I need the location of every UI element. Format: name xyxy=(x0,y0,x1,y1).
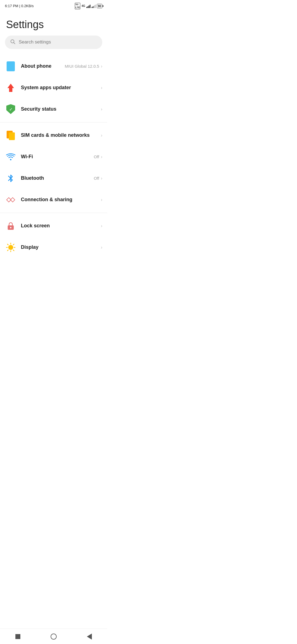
about-phone-icon xyxy=(5,61,16,72)
security-icon: ✓ xyxy=(5,103,16,115)
sim-content: SIM cards & mobile networks › xyxy=(21,132,102,138)
display-label: Display xyxy=(21,244,38,250)
svg-line-16 xyxy=(7,250,8,251)
settings-item-wifi[interactable]: Wi-Fi Off › xyxy=(0,146,107,168)
system-apps-content: System apps updater › xyxy=(21,85,102,91)
time: 6:17 PM xyxy=(5,4,18,8)
svg-line-14 xyxy=(13,250,14,251)
wifi-content: Wi-Fi Off › xyxy=(21,154,102,160)
about-phone-chevron: › xyxy=(101,64,102,69)
svg-point-7 xyxy=(10,227,12,228)
status-icons: VoLTE 4G 90 xyxy=(75,3,102,9)
settings-item-bluetooth[interactable]: Bluetooth Off › xyxy=(0,168,107,189)
wifi-status: Off xyxy=(94,154,99,159)
connection-right: › xyxy=(101,197,102,202)
lte-icon: 4G xyxy=(81,4,85,7)
svg-marker-2 xyxy=(7,84,14,92)
settings-group-network: SIM cards & mobile networks › Wi-Fi Off … xyxy=(0,125,107,211)
search-input[interactable] xyxy=(19,39,97,45)
security-content: Security status › xyxy=(21,106,102,112)
svg-point-3 xyxy=(10,159,12,160)
settings-item-sim[interactable]: SIM cards & mobile networks › xyxy=(0,125,107,146)
divider-1 xyxy=(0,122,107,122)
svg-line-15 xyxy=(13,244,14,245)
status-bar: 6:17 PM | 0.2KB/s VoLTE 4G 90 xyxy=(0,0,107,11)
connection-label: Connection & sharing xyxy=(21,197,72,203)
svg-line-13 xyxy=(7,244,8,245)
wifi-label: Wi-Fi xyxy=(21,154,33,160)
security-label: Security status xyxy=(21,106,56,112)
lock-icon xyxy=(5,220,16,232)
page-title: Settings xyxy=(0,11,107,36)
search-container xyxy=(0,36,107,56)
system-apps-icon xyxy=(5,82,16,94)
lock-screen-chevron: › xyxy=(101,223,102,228)
bluetooth-label: Bluetooth xyxy=(21,175,44,181)
shield-check-icon: ✓ xyxy=(9,107,13,112)
about-phone-right: MIUI Global 12.0.5 › xyxy=(65,64,102,69)
display-chevron: › xyxy=(101,245,102,250)
about-phone-subtitle: MIUI Global 12.0.5 xyxy=(65,64,99,69)
divider-2 xyxy=(0,213,107,213)
separator: | xyxy=(19,4,21,8)
display-content: Display › xyxy=(21,244,102,250)
system-apps-label: System apps updater xyxy=(21,85,71,91)
wifi-icon xyxy=(5,151,16,163)
status-time-speed: 6:17 PM | 0.2KB/s xyxy=(5,4,34,8)
settings-item-system-apps[interactable]: System apps updater › xyxy=(0,77,107,99)
system-apps-right: › xyxy=(101,85,102,90)
svg-point-8 xyxy=(8,245,13,250)
display-right: › xyxy=(101,245,102,250)
system-apps-chevron: › xyxy=(101,85,102,90)
search-icon xyxy=(10,39,15,46)
settings-group-device: Lock screen › Display › xyxy=(0,215,107,258)
sim-label: SIM cards & mobile networks xyxy=(21,132,90,138)
sim-right: › xyxy=(101,133,102,138)
connection-chevron: › xyxy=(101,197,102,202)
bluetooth-icon xyxy=(5,173,16,184)
lock-screen-right: › xyxy=(101,223,102,228)
settings-item-connection[interactable]: Connection & sharing › xyxy=(0,189,107,211)
bluetooth-content: Bluetooth Off › xyxy=(21,175,102,181)
search-bar[interactable] xyxy=(5,36,102,49)
wifi-right: Off › xyxy=(94,154,102,159)
settings-item-lock-screen[interactable]: Lock screen › xyxy=(0,215,107,237)
settings-group-top: About phone MIUI Global 12.0.5 › System … xyxy=(0,56,107,120)
wifi-chevron: › xyxy=(101,154,102,159)
bluetooth-chevron: › xyxy=(101,176,102,181)
volte-icon: VoLTE xyxy=(75,3,80,9)
signal-bar-1 xyxy=(86,4,90,8)
network-speed: 0.2KB/s xyxy=(21,4,34,8)
lock-screen-content: Lock screen › xyxy=(21,223,102,229)
security-chevron: › xyxy=(101,107,102,112)
sim-chevron: › xyxy=(101,133,102,138)
connection-icon xyxy=(5,194,16,206)
settings-item-security[interactable]: ✓ Security status › xyxy=(0,99,107,120)
settings-item-display[interactable]: Display › xyxy=(0,237,107,258)
display-icon xyxy=(5,242,16,253)
signal-bar-2 xyxy=(92,4,96,8)
about-phone-content: About phone MIUI Global 12.0.5 › xyxy=(21,63,102,69)
sim-icon xyxy=(5,130,16,141)
bluetooth-right: Off › xyxy=(94,176,102,181)
connection-content: Connection & sharing › xyxy=(21,197,102,203)
bluetooth-status: Off xyxy=(94,176,99,181)
settings-item-about-phone[interactable]: About phone MIUI Global 12.0.5 › xyxy=(0,56,107,77)
battery-level: 90 xyxy=(98,4,101,8)
security-right: › xyxy=(101,107,102,112)
svg-line-1 xyxy=(14,42,15,44)
battery-indicator: 90 xyxy=(97,4,102,8)
about-phone-label: About phone xyxy=(21,63,51,69)
lock-screen-label: Lock screen xyxy=(21,223,50,229)
